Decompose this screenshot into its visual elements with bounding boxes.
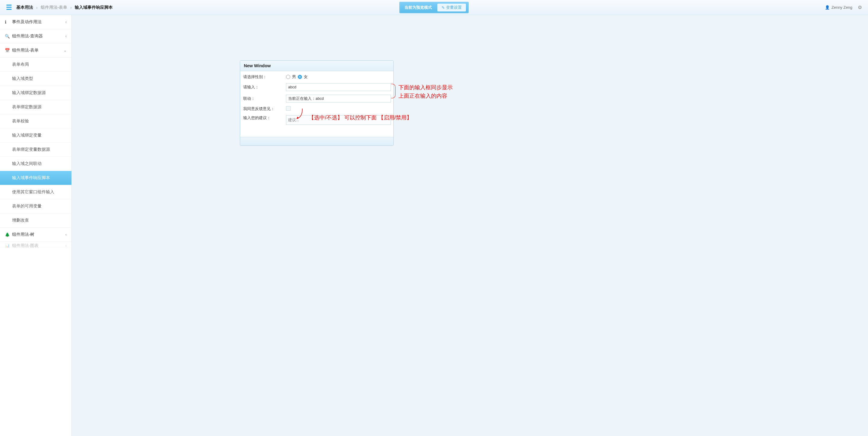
gender-label: 请选择性别：	[243, 74, 286, 80]
input-label: 请输入：	[243, 84, 286, 90]
feedback-checkbox[interactable]	[286, 106, 290, 111]
text-input[interactable]	[286, 83, 391, 91]
sidebar-group-label: 组件用法-树	[12, 232, 35, 237]
sidebar-item-input-event-script[interactable]: 输入域事件响应脚本	[0, 171, 71, 185]
gender-radio-group: 男 女	[286, 74, 391, 80]
chevron-left-icon: ‹	[65, 244, 67, 248]
sidebar-group-form[interactable]: 📅 组件用法-表单 ⌄	[0, 43, 71, 58]
tree-icon: 🌲	[5, 232, 10, 237]
chevron-left-icon: ‹	[65, 20, 67, 24]
annotation-sync-line2: 上面正在输入的内容	[398, 92, 453, 100]
breadcrumb-mid[interactable]: 组件用法-表单	[41, 5, 67, 10]
annotation-enable: 【选中/不选】 可以控制下面 【启用/禁用】	[309, 113, 412, 122]
linked-label: 联动：	[243, 96, 286, 101]
chart-icon: 📊	[5, 243, 10, 248]
breadcrumb-current: 输入域事件响应脚本	[75, 5, 113, 10]
breadcrumb-root[interactable]: 基本用法	[16, 5, 33, 10]
feedback-label: 我同意反馈意见：	[243, 106, 286, 112]
sidebar-item-input-type[interactable]: 输入域类型	[0, 72, 71, 86]
window-title: New Window	[240, 61, 393, 71]
row-gender: 请选择性别： 男 女	[243, 74, 391, 80]
window-footer	[240, 137, 393, 145]
main-content: New Window 请选择性别： 男 女 请输入：	[72, 15, 868, 436]
variable-settings-label: 变量设置	[446, 5, 462, 10]
main-layout: ℹ 事件及动作用法 ‹ 🔍 组件用法-查询器 ‹ 📅 组件用法-表单 ⌄ 表单布…	[0, 15, 868, 436]
sidebar-item-crud[interactable]: 增删改查	[0, 213, 71, 228]
suggestion-label: 输入您的建议：	[243, 115, 286, 121]
annotation-sync-line1: 下面的输入框同步显示	[398, 83, 453, 92]
sidebar-group-chart[interactable]: 📊 组件用法-图表 ‹	[0, 242, 71, 248]
sidebar-item-input-linkage[interactable]: 输入域之间联动	[0, 157, 71, 171]
preview-mode-label: 当前为预览模式	[402, 4, 434, 11]
user-icon: 👤	[825, 5, 830, 10]
sidebar-group-label: 组件用法-查询器	[12, 33, 43, 39]
sidebar-group-label: 组件用法-表单	[12, 48, 39, 53]
sidebar-group-query[interactable]: 🔍 组件用法-查询器 ‹	[0, 29, 71, 43]
sidebar-item-form-validate[interactable]: 表单校验	[0, 114, 71, 128]
topbar-right: 👤 Zenny Zeng ⚙	[825, 4, 862, 10]
radio-female-label: 女	[304, 74, 308, 80]
user-name: Zenny Zeng	[832, 5, 852, 10]
sidebar-item-use-other-window[interactable]: 使用其它窗口组件输入	[0, 185, 71, 199]
pencil-icon: ✎	[441, 5, 445, 10]
sidebar: ℹ 事件及动作用法 ‹ 🔍 组件用法-查询器 ‹ 📅 组件用法-表单 ⌄ 表单布…	[0, 15, 72, 436]
sidebar-item-form-bind-var-ds[interactable]: 表单绑定变量数据源	[0, 143, 71, 157]
chevron-left-icon: ‹	[65, 232, 67, 237]
annotation-sync: 下面的输入框同步显示 上面正在输入的内容	[398, 83, 453, 100]
linked-output[interactable]	[286, 95, 391, 103]
topbar: ☰ 基本用法 › 组件用法-表单 › 输入域事件响应脚本 当前为预览模式 ✎ 变…	[0, 0, 868, 15]
gear-icon[interactable]: ⚙	[858, 4, 862, 10]
window-body: 请选择性别： 男 女 请输入： 联动：	[240, 71, 393, 137]
menu-toggle-icon[interactable]: ☰	[6, 4, 12, 11]
row-input: 请输入：	[243, 83, 391, 91]
sidebar-group-label: 组件用法-图表	[12, 243, 39, 248]
radio-male[interactable]	[286, 75, 290, 79]
sidebar-group-label: 事件及动作用法	[12, 19, 41, 25]
breadcrumb-sep: ›	[70, 5, 72, 10]
radio-male-label: 男	[292, 74, 296, 80]
radio-female[interactable]	[298, 75, 302, 79]
annotation-bracket	[391, 84, 396, 98]
row-linked: 联动：	[243, 95, 391, 103]
user-menu[interactable]: 👤 Zenny Zeng	[825, 5, 852, 10]
annotation-arrow-icon	[295, 109, 304, 121]
breadcrumb: 基本用法 › 组件用法-表单 › 输入域事件响应脚本	[16, 5, 113, 10]
sidebar-group-events[interactable]: ℹ 事件及动作用法 ‹	[0, 15, 71, 29]
sidebar-item-input-bind-var[interactable]: 输入域绑定变量	[0, 128, 71, 143]
sidebar-item-form-layout[interactable]: 表单布局	[0, 58, 71, 72]
sidebar-item-form-bind-ds[interactable]: 表单绑定数据源	[0, 100, 71, 114]
sidebar-group-tree[interactable]: 🌲 组件用法-树 ‹	[0, 228, 71, 242]
variable-settings-button[interactable]: ✎ 变量设置	[437, 4, 466, 11]
form-window: New Window 请选择性别： 男 女 请输入：	[240, 60, 394, 146]
sidebar-group-form-items: 表单布局 输入域类型 输入域绑定数据源 表单绑定数据源 表单校验 输入域绑定变量…	[0, 58, 71, 228]
breadcrumb-sep: ›	[36, 5, 38, 10]
chevron-down-icon: ⌄	[64, 48, 67, 53]
calendar-icon: 📅	[5, 48, 10, 53]
sidebar-item-input-bind-ds[interactable]: 输入域绑定数据源	[0, 86, 71, 100]
sidebar-item-form-available-vars[interactable]: 表单的可用变量	[0, 199, 71, 213]
preview-banner: 当前为预览模式 ✎ 变量设置	[399, 2, 469, 13]
search-icon: 🔍	[5, 34, 10, 38]
row-feedback: 我同意反馈意见：	[243, 106, 391, 112]
chevron-left-icon: ‹	[65, 34, 67, 38]
info-icon: ℹ	[5, 20, 10, 24]
